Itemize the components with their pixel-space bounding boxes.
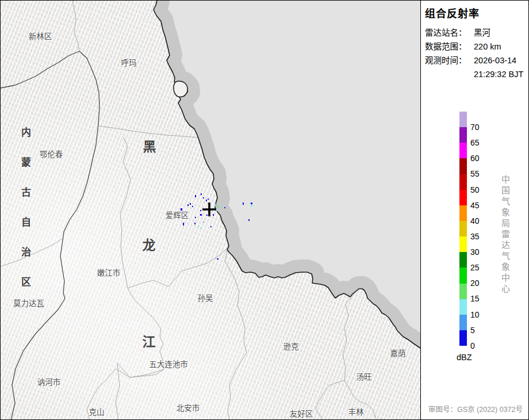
- range-value: 220 km: [474, 42, 501, 51]
- station-label: 雷达站名：: [425, 26, 474, 38]
- legend-tick-35: 35: [470, 231, 480, 242]
- legend-band-75: [459, 112, 467, 127]
- legend-tick-70: 70: [470, 122, 480, 132]
- legend-band-60: [459, 158, 467, 174]
- map-label-neimenggu-vertical: 内蒙古自治区: [18, 127, 32, 307]
- map-label-sunwu: 孙吴: [198, 292, 213, 303]
- legend-band-45: [459, 205, 467, 221]
- legend-band-25: [459, 268, 467, 283]
- product-title: 组合反射率: [425, 5, 480, 20]
- legend-band-40: [459, 221, 467, 236]
- station-row: 雷达站名：黑河: [425, 26, 490, 38]
- map-label-jiang: 江: [143, 331, 156, 350]
- map-label-beianshi: 北安市: [177, 402, 200, 413]
- obs-time-row: 观测时间：2026-03-14: [425, 54, 516, 66]
- legend-tick-20: 20: [470, 278, 480, 288]
- map-label-nenjiangshi: 嫩江市: [97, 266, 121, 278]
- province-boundary: [1, 51, 99, 420]
- legend-tick-25: 25: [470, 262, 480, 273]
- legend-tick-0: 0: [470, 341, 475, 351]
- legend-band-65: [459, 143, 467, 158]
- map-label-xunke: 逊克: [283, 340, 299, 352]
- legend-tick-65: 65: [470, 138, 480, 148]
- legend-unit-label: dBZ: [457, 353, 472, 362]
- range-row: 数据范围：220 km: [425, 40, 501, 52]
- map-label-wudalianchi: 五大连池市: [149, 358, 188, 369]
- map-label-huma: 呼玛: [121, 56, 137, 68]
- radar-map: 新林区 呼玛 鄂伦春 爱辉区 嫩江市 莫力达瓦 孙吴 五大连池市 讷河市 克山 …: [1, 1, 420, 420]
- legend-tick-40: 40: [470, 216, 480, 226]
- radar-product-window: 新林区 呼玛 鄂伦春 爱辉区 嫩江市 莫力达瓦 孙吴 五大连池市 讷河市 克山 …: [0, 0, 529, 420]
- legend-tick-55: 55: [470, 169, 480, 179]
- station-value: 黑河: [474, 28, 490, 37]
- legend-tick-45: 45: [470, 200, 480, 211]
- map-label-long: 龙: [143, 234, 156, 254]
- range-label: 数据范围：: [425, 40, 474, 52]
- map-label-keshan: 克山: [89, 406, 105, 417]
- info-panel: 组合反射率 雷达站名：黑河 数据范围：220 km 观测时间：2026-03-1…: [420, 1, 529, 420]
- legend-band-20: [459, 284, 467, 299]
- obs-clock-row: 观测时间：21:29:32 BJT: [425, 67, 523, 79]
- map-layers: [1, 1, 420, 420]
- legend-band-70: [459, 127, 467, 143]
- map-label-elunchun: 鄂伦春: [40, 148, 63, 159]
- legend-band-15: [459, 299, 467, 315]
- legend-tick-60: 60: [470, 153, 480, 163]
- map-label-jiayin: 嘉荫: [390, 347, 406, 358]
- dbz-color-scale: [459, 112, 467, 346]
- map-approval-number: 审图号：GS京 (2022) 0372号: [428, 403, 523, 414]
- legend-tick-5: 5: [470, 325, 475, 335]
- legend-tick-15: 15: [470, 293, 480, 304]
- map-label-neheshi: 讷河市: [37, 376, 61, 387]
- legend-band-10: [459, 315, 467, 330]
- map-label-fenglin: 丰林: [348, 406, 364, 417]
- obs-clock-value: 21:29:32 BJT: [474, 70, 523, 79]
- legend-band-55: [459, 174, 467, 190]
- map-label-aihuiqu: 爱辉区: [166, 209, 189, 220]
- legend-tick-30: 30: [470, 247, 480, 257]
- legend-band-30: [459, 252, 467, 268]
- legend-tick-50: 50: [470, 185, 480, 195]
- legend-band-35: [459, 236, 467, 252]
- radar-station-cross: [202, 203, 216, 216]
- legend-band-5: [459, 330, 467, 346]
- obs-date-value: 2026-03-14: [474, 56, 516, 65]
- obs-time-label: 观测时间：: [425, 54, 474, 66]
- cma-credit-vertical: 中国气象局雷达气象中心: [499, 175, 511, 295]
- map-label-tangwang: 汤旺: [356, 371, 372, 382]
- legend-tick-10: 10: [470, 310, 480, 320]
- map-label-hei: 黑: [143, 136, 156, 155]
- legend-band-50: [459, 190, 467, 205]
- map-label-youhaoqu: 友好区: [290, 407, 313, 419]
- map-label-xinlinqu: 新林区: [29, 30, 52, 41]
- border-island-loop: [174, 81, 187, 97]
